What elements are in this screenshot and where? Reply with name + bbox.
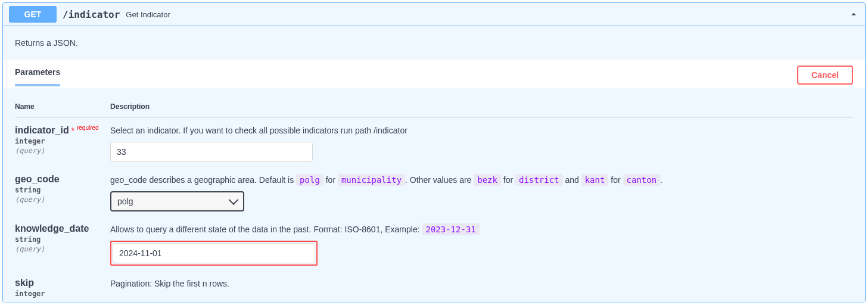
code-canton: canton: [623, 174, 661, 186]
knowledge-date-input[interactable]: [113, 243, 315, 263]
param-name: skip: [15, 278, 110, 288]
param-description: Pagination: Skip the first n rows.: [110, 278, 853, 290]
param-type: string: [15, 186, 110, 194]
parameters-tab[interactable]: Parameters: [15, 67, 60, 86]
operation-body: Returns a JSON. Parameters Cancel Name D…: [3, 26, 865, 303]
param-row-geo-code: geo_code string (query) geo_code describ…: [15, 167, 853, 216]
param-in: (query): [15, 245, 110, 253]
param-row-skip: skip integer Pagination: Skip the first …: [15, 270, 853, 303]
param-type: integer: [15, 137, 110, 145]
endpoint-path: /indicator: [63, 9, 120, 20]
param-description: geo_code describes a geographic area. De…: [110, 174, 853, 186]
indicator-id-input[interactable]: [110, 142, 313, 162]
parameters-header: Parameters Cancel: [3, 60, 865, 88]
code-municipality: municipality: [338, 174, 405, 186]
param-type: integer: [15, 290, 110, 298]
http-method-badge: GET: [9, 6, 57, 23]
param-row-indicator-id: indicator_id * required integer (query) …: [15, 117, 853, 167]
endpoint-description: Returns a JSON.: [3, 26, 865, 60]
param-name: knowledge_date: [15, 223, 110, 234]
param-description: Select an indicator. If you want to chec…: [110, 125, 853, 137]
param-in: (query): [15, 195, 110, 204]
code-district: district: [515, 174, 562, 186]
column-header-name: Name: [15, 97, 110, 117]
code-example-date: 2023-12-31: [422, 223, 479, 235]
parameters-table: Name Description indicator_id * required: [15, 97, 853, 303]
param-name: indicator_id: [15, 125, 69, 135]
endpoint-summary: Get Indicator: [126, 10, 170, 19]
param-type: string: [15, 235, 110, 244]
operation-block: GET /indicator Get Indicator Returns a J…: [2, 2, 866, 303]
operation-summary[interactable]: GET /indicator Get Indicator: [3, 3, 865, 26]
geo-code-select[interactable]: polg: [110, 191, 244, 211]
code-kant: kant: [581, 174, 609, 186]
required-label: required: [77, 125, 99, 131]
required-star: *: [71, 126, 74, 135]
param-in: (query): [15, 147, 110, 155]
param-name: geo_code: [15, 174, 110, 185]
highlighted-input-box: [110, 241, 318, 266]
param-description: Allows to query a different state of the…: [110, 223, 853, 236]
chevron-up-icon[interactable]: [848, 9, 859, 20]
column-header-description: Description: [110, 97, 853, 117]
code-bezk: bezk: [474, 174, 501, 186]
param-row-knowledge-date: knowledge_date string (query) Allows to …: [15, 216, 853, 270]
code-polg: polg: [296, 174, 323, 186]
cancel-button[interactable]: Cancel: [797, 66, 853, 85]
